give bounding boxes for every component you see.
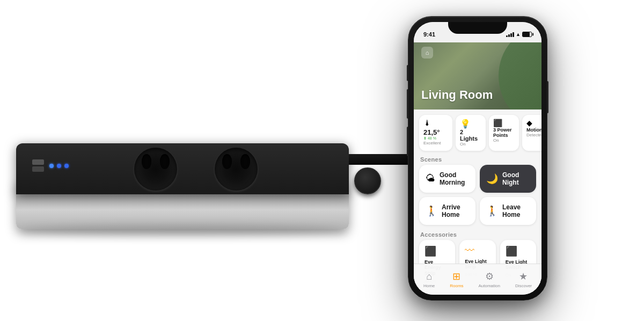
- add-button[interactable]: +: [522, 47, 534, 59]
- phone-power-button: [547, 81, 548, 113]
- good-night-icon: 🌙: [486, 173, 498, 185]
- good-morning-label: Good Morning: [440, 171, 469, 186]
- home-nav-icon[interactable]: ⌂: [421, 47, 433, 59]
- scene-good-morning[interactable]: 🌤 Good Morning: [419, 165, 475, 193]
- room-title: Living Room: [421, 88, 493, 102]
- main-scene: 9:41 ▲: [0, 0, 644, 321]
- home-tab-icon: ⌂: [426, 271, 432, 282]
- stats-row: 🌡 21,5° ⬆ 48 % Excellent 💡 2 Lights On ⬛: [414, 110, 541, 154]
- phone-notch: [448, 22, 507, 34]
- outlet-socket-1: [134, 148, 177, 191]
- good-morning-icon: 🌤: [426, 173, 435, 184]
- phone-screen: 9:41 ▲: [414, 22, 541, 295]
- wifi-icon: ▲: [516, 32, 521, 37]
- tab-automation[interactable]: ⚙ Automation: [473, 267, 505, 291]
- led-indicator-3: [64, 164, 69, 168]
- arrive-home-label: Arrive Home: [442, 203, 469, 218]
- leave-home-icon: 🚶: [486, 205, 498, 217]
- phone-mute-button: [407, 65, 408, 81]
- scene-good-night[interactable]: 🌙 Good Night: [480, 165, 536, 193]
- battery-icon: [522, 32, 532, 37]
- arrive-home-icon: 🚶: [426, 205, 437, 217]
- power-stat: ⬛ 3 Power Points On: [489, 115, 519, 151]
- tab-bar: ⌂ Home ⊞ Rooms ⚙ Automation ★ Discover: [414, 264, 541, 295]
- strip-dark-top: [16, 143, 349, 194]
- header-nav: ⌂ +: [414, 47, 541, 59]
- status-icons: ▲: [506, 32, 532, 37]
- strip-controls: [32, 159, 69, 172]
- scene-arrive-home[interactable]: 🚶 Arrive Home: [419, 197, 475, 225]
- home-tab-label: Home: [423, 283, 435, 288]
- tab-rooms[interactable]: ⊞ Rooms: [444, 267, 469, 291]
- tab-discover[interactable]: ★ Discover: [510, 267, 537, 291]
- status-time: 9:41: [423, 31, 435, 38]
- strip-drop-shadow: [21, 225, 343, 236]
- app-content[interactable]: ⌂ + Living Room 🌡 21,5°: [414, 42, 541, 295]
- phone-device: 9:41 ▲: [408, 16, 547, 301]
- scene-leave-home[interactable]: 🚶 Leave Home: [480, 197, 536, 225]
- rooms-tab-label: Rooms: [450, 283, 463, 288]
- tab-home[interactable]: ⌂ Home: [418, 268, 440, 291]
- accessories-section-label: Accessories: [414, 229, 541, 240]
- discover-tab-label: Discover: [515, 283, 532, 288]
- temperature-stat: 🌡 21,5° ⬆ 48 % Excellent: [419, 115, 452, 151]
- power-strip: [16, 143, 381, 229]
- leave-home-label: Leave Home: [502, 203, 530, 218]
- control-knob: [354, 167, 381, 194]
- rooms-tab-icon: ⊞: [452, 271, 460, 282]
- phone-volume-down-button: [407, 127, 408, 156]
- lights-stat: 💡 2 Lights On: [456, 115, 486, 151]
- app-header: ⌂ + Living Room: [414, 42, 541, 110]
- led-indicator-2: [57, 164, 61, 168]
- automation-tab-label: Automation: [478, 283, 500, 288]
- motion-stat: ◆ Motion Detected: [522, 115, 541, 151]
- automation-tab-icon: ⚙: [485, 271, 494, 282]
- outlet-socket-2: [215, 148, 258, 191]
- good-night-label: Good Night: [502, 171, 530, 186]
- discover-tab-icon: ★: [519, 271, 528, 282]
- signal-strength-icon: [506, 32, 514, 37]
- led-indicator-1: [49, 164, 54, 168]
- scenes-grid: 🌤 Good Morning 🌙 Good Night 🚶 Arrive Hom…: [414, 165, 541, 229]
- phone-body: 9:41 ▲: [408, 16, 547, 301]
- phone-volume-up-button: [407, 89, 408, 119]
- scenes-section-label: Scenes: [414, 154, 541, 165]
